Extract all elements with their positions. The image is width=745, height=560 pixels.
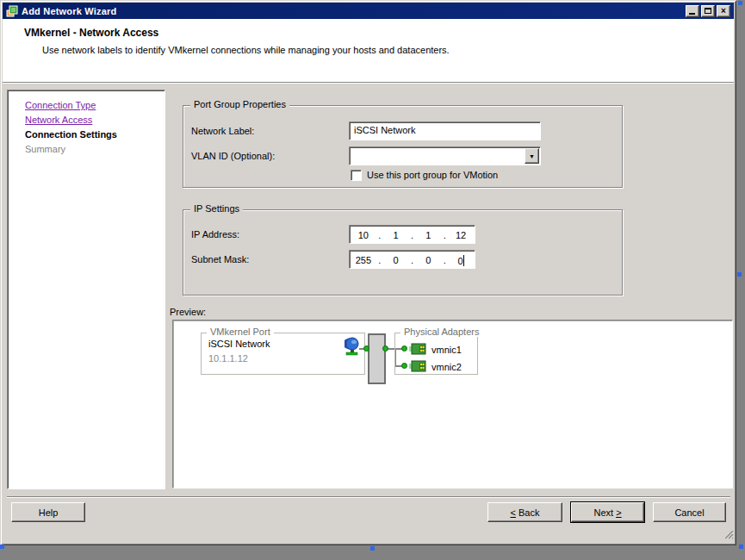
connection-dot <box>382 345 388 352</box>
network-preview-panel: VMkernel Port iSCSI Network 10.1.1.12 <box>172 320 733 488</box>
network-adapter-icon <box>409 360 426 372</box>
resize-grip-icon[interactable] <box>720 526 734 539</box>
window-title: Add Network Wizard <box>22 6 684 16</box>
vmkernel-globe-icon <box>345 337 360 356</box>
network-label-label: Network Label: <box>191 126 254 136</box>
preview-label: Preview: <box>170 307 206 317</box>
subnet-mask-input[interactable]: 255 . 0 . 0 . 0 <box>349 250 475 269</box>
subnet-mask-label: Subnet Mask: <box>191 254 249 264</box>
mask-octet-1: 255 <box>350 255 377 265</box>
title-bar[interactable]: Add Network Wizard × <box>3 3 734 19</box>
selection-handle[interactable] <box>739 544 743 549</box>
page-title: VMkernel - Network Access <box>24 27 158 39</box>
vlan-id-combobox[interactable]: ▼ <box>349 146 541 165</box>
text-caret <box>463 255 464 266</box>
ip-octet-1: 10 <box>350 230 377 240</box>
step-connection-type[interactable]: Connection Type <box>25 98 165 113</box>
network-adapter-icon <box>409 343 426 355</box>
step-connection-settings: Connection Settings <box>25 128 165 142</box>
page-description: Use network labels to identify VMkernel … <box>42 45 450 55</box>
mask-octet-3: 0 <box>415 255 443 265</box>
ip-address-input[interactable]: 10 . 1 . 1 . 12 <box>349 225 475 244</box>
mask-octet-4: 0 <box>447 255 475 266</box>
chevron-down-icon: ▼ <box>529 153 535 159</box>
maximize-button[interactable] <box>701 5 715 17</box>
step-network-access[interactable]: Network Access <box>25 113 165 128</box>
next-button-label: Next > <box>593 507 621 518</box>
back-button-label: < Back <box>511 507 540 518</box>
preview-network-ip: 10.1.1.12 <box>208 353 248 364</box>
physical-adapters-group-title: Physical Adapters <box>400 327 482 337</box>
back-button[interactable]: < Back <box>487 502 562 522</box>
cancel-button-label: Cancel <box>674 507 704 518</box>
preview-network-name: iSCSI Network <box>208 339 270 349</box>
desktop-background: Add Network Wizard × VMkernel - Network … <box>0 0 745 560</box>
vmkernel-port-group: VMkernel Port iSCSI Network 10.1.1.12 <box>201 333 365 375</box>
close-button[interactable]: × <box>717 5 730 17</box>
ip-octet-3: 1 <box>415 230 443 240</box>
help-button-label: Help <box>39 507 59 518</box>
ip-octet-4: 12 <box>447 230 475 240</box>
help-button[interactable]: Help <box>11 502 85 522</box>
selection-handle[interactable] <box>737 272 742 277</box>
adapter-name: vmnic1 <box>431 345 462 355</box>
selection-handle[interactable] <box>0 544 4 549</box>
connection-dot <box>363 345 369 352</box>
network-label-input[interactable]: iSCSI Network <box>349 121 541 140</box>
adapter-name: vmnic2 <box>431 362 462 372</box>
close-icon: × <box>721 7 726 16</box>
ip-address-label: IP Address: <box>191 229 239 240</box>
step-summary: Summary <box>25 142 165 157</box>
port-group-properties-title: Port Group Properties <box>190 99 289 109</box>
wizard-steps-panel: Connection Type Network Access Connectio… <box>7 90 165 489</box>
ip-octet-2: 1 <box>382 230 410 240</box>
ip-settings-title: IP Settings <box>190 203 243 214</box>
vswitch-bar <box>368 333 386 384</box>
footer-divider <box>7 496 730 498</box>
vmotion-checkbox[interactable] <box>351 170 362 181</box>
selection-handle[interactable] <box>370 546 375 551</box>
vlan-id-label: VLAN ID (Optional): <box>191 151 275 161</box>
vlan-dropdown-button[interactable]: ▼ <box>525 148 539 164</box>
app-icon <box>6 5 18 17</box>
minimize-button[interactable] <box>686 5 699 17</box>
minimize-icon <box>689 13 695 15</box>
mask-octet-2: 0 <box>382 255 410 265</box>
vmkernel-port-group-title: VMkernel Port <box>207 327 274 337</box>
next-button[interactable]: Next > <box>571 502 644 522</box>
maximize-icon <box>705 8 711 14</box>
cancel-button[interactable]: Cancel <box>653 502 726 522</box>
vmotion-checkbox-label: Use this port group for VMotion <box>367 170 498 180</box>
add-network-wizard-dialog: Add Network Wizard × VMkernel - Network … <box>0 0 736 545</box>
selection-handle[interactable] <box>738 1 742 5</box>
wizard-header: VMkernel - Network Access Use network la… <box>3 19 734 83</box>
